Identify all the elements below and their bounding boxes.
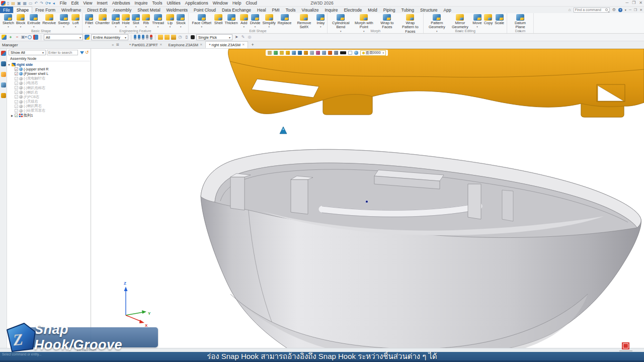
hide-remove-icon[interactable]: － [15, 35, 20, 40]
doc-tab-right-side[interactable]: * right side.Z3ASM✕ [205, 41, 248, 48]
remove-selfx-button[interactable]: Remove SelfX [292, 14, 315, 30]
show-add-icon[interactable]: ＋ [8, 35, 13, 40]
tab-close-icon[interactable]: ✕ [200, 43, 202, 47]
ribbon-tab-app[interactable]: App [441, 7, 454, 13]
doc-tab-part001[interactable]: * Part001.Z3PRT✕ [126, 41, 165, 48]
find-command-input[interactable] [575, 8, 604, 12]
menu-attributes[interactable]: Attributes [112, 1, 130, 6]
ribbon-tab-piping[interactable]: Piping [380, 7, 398, 13]
tree-search-input[interactable] [47, 51, 77, 54]
face-offset-button[interactable]: Face Offset [190, 14, 213, 28]
revolve-button[interactable]: Revolve [41, 14, 57, 25]
ribbon-tab-shape[interactable]: Shape [13, 7, 33, 13]
rib-button[interactable]: Rib [141, 14, 151, 28]
help-dropdown-icon[interactable]: ▾ [625, 8, 626, 12]
scale-button[interactable]: Scale [494, 14, 505, 25]
ribbon-tab-tools[interactable]: Tools [283, 7, 299, 13]
thread-button[interactable]: Thread [151, 14, 165, 28]
tree-item-lower-shell[interactable]: ✓ (F)lower shell L [8, 71, 91, 76]
visibility-checkbox[interactable]: ✓ [15, 77, 18, 80]
viewport-3d[interactable]: Z Y X [91, 49, 644, 348]
show-all-combobox[interactable]: Show All [9, 50, 46, 55]
exit-target-icon[interactable] [268, 51, 272, 55]
tree-item-battery[interactable]: ✓ (-)电池右 [8, 81, 91, 85]
visibility-checkbox[interactable]: ✓ [15, 114, 18, 117]
slot-button[interactable]: Slot [131, 14, 141, 28]
visibility-checkbox[interactable]: ✓ [15, 72, 18, 75]
visibility-checkbox[interactable]: ✓ [15, 90, 18, 94]
ribbon-tab-free-form[interactable]: Free Form [32, 7, 58, 13]
ribbon-tab-file[interactable]: File [0, 7, 13, 13]
view-orientation-icon[interactable] [298, 51, 302, 55]
grid-icon[interactable] [322, 51, 326, 55]
circle-select-icon[interactable] [28, 35, 32, 39]
expander-icon[interactable]: ▶ [11, 114, 14, 117]
menu-cloud[interactable]: Cloud [246, 1, 257, 6]
move-button[interactable]: Move [471, 14, 482, 28]
lower-shell-part[interactable] [201, 149, 641, 348]
assembly-scope-icon[interactable] [85, 35, 90, 40]
ribbon-tab-visualize[interactable]: Visualize [299, 7, 322, 13]
visibility-checkbox[interactable]: ✓ [15, 86, 18, 89]
window-mode-icon[interactable]: ▣▾ [21, 35, 26, 40]
layer-rule-icon[interactable] [328, 51, 332, 55]
thicken-button[interactable]: Thicken [223, 14, 238, 25]
role-manager-icon[interactable] [1, 93, 6, 98]
stock-button[interactable]: Stock [175, 14, 187, 28]
add-button[interactable]: Add [239, 14, 249, 28]
ribbon-tab-weldments[interactable]: Weldments [164, 7, 191, 13]
extrude-button[interactable]: Extrude [26, 14, 41, 28]
filter-funnel-icon[interactable] [80, 51, 84, 54]
expander-icon[interactable]: ▼ [8, 63, 11, 66]
edit-sketch-icon[interactable] [280, 51, 284, 55]
divide-button[interactable]: Divide [249, 14, 262, 28]
tree-item-pcb[interactable]: ✓ (F)PCB右 [8, 95, 91, 99]
visual-manager-icon[interactable] [1, 82, 6, 87]
ribbon-tab-assembly[interactable]: Assembly [110, 7, 134, 13]
entire-assembly-combobox[interactable]: Entire Assembly [91, 34, 128, 40]
tree-item-pattern[interactable]: ▶ ✓ 阵列1 [8, 113, 91, 118]
ribbon-tab-direct-edit[interactable]: Direct Edit [84, 7, 110, 13]
loft-button[interactable]: Loft [70, 14, 80, 28]
visibility-checkbox[interactable]: ✓ [15, 109, 18, 113]
menu-view[interactable]: View [83, 1, 92, 6]
wireframe-icon[interactable] [292, 51, 296, 55]
find-command-box[interactable] [574, 8, 610, 13]
assembly-tree-icon[interactable] [1, 61, 6, 66]
menu-help[interactable]: Help [232, 1, 241, 6]
tree-item-speaker-mesh[interactable]: ✓ (-)喇叭网右 [8, 104, 91, 109]
folder-new-icon[interactable] [165, 35, 170, 40]
constraint-icon-1[interactable] [134, 35, 136, 40]
tab-close-icon[interactable]: ✕ [242, 43, 245, 47]
ribbon-tab-electrode[interactable]: Electrode [341, 7, 365, 13]
state-diagram-icon[interactable] [33, 35, 38, 40]
refresh-icon[interactable]: ↺ [85, 50, 89, 55]
tree-root-right-side[interactable]: ▼ right side [8, 62, 91, 67]
menu-utilities[interactable]: Utilities [167, 1, 180, 6]
folder-link-icon[interactable] [171, 35, 176, 40]
shell-button[interactable]: Shell [213, 14, 224, 25]
ribbon-tab-point-cloud[interactable]: Point Cloud [191, 7, 219, 13]
doc-close-button[interactable]: ✕ [639, 8, 642, 12]
cursor-query-icon[interactable]: ◎ [247, 35, 252, 40]
inlay-button[interactable]: Inlay [315, 14, 326, 28]
tree-item-charge-pin[interactable]: ✓ (-)充电触针右 [8, 76, 91, 81]
chamfer-button[interactable]: Chamfer [94, 14, 111, 25]
menu-insert[interactable]: Insert [97, 1, 107, 6]
tree-item-speaker-foam[interactable]: ✓ (-)喇叭泡棉右 [8, 85, 91, 90]
history-manager-icon[interactable] [1, 72, 6, 77]
single-pick-combobox[interactable]: Single Pick [196, 34, 232, 40]
menu-window[interactable]: Window [213, 1, 228, 6]
ribbon-tab-data-exchange[interactable]: Data Exchange [219, 7, 254, 13]
csys-display-icon[interactable] [316, 51, 320, 55]
settings-gear-icon[interactable]: ⚙ [612, 8, 616, 12]
doc-minimize-button[interactable]: ─ [629, 8, 631, 12]
tree-item-antenna[interactable]: ✓ (-)天线右 [8, 100, 91, 104]
shade-icon[interactable] [286, 51, 290, 55]
visibility-checkbox[interactable]: ✓ [15, 100, 18, 104]
render-mode-icon[interactable] [274, 51, 278, 55]
copy-button[interactable]: Copy [483, 14, 494, 25]
anchor-pin-icon[interactable] [150, 35, 152, 40]
minimize-button[interactable]: ─ [625, 1, 628, 5]
lip-button[interactable]: Lip [165, 14, 175, 28]
